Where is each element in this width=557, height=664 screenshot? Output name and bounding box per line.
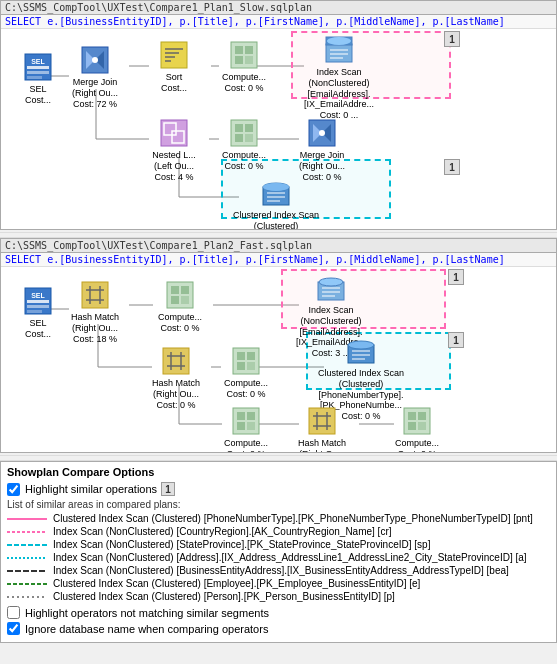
compute3-icon — [164, 279, 196, 311]
merge2-icon — [306, 117, 338, 149]
svg-point-46 — [319, 130, 325, 136]
svg-rect-25 — [235, 46, 243, 54]
node-sort[interactable]: SortCost... — [143, 39, 205, 94]
index2-icon — [315, 272, 347, 304]
svg-rect-111 — [418, 412, 426, 420]
svg-rect-77 — [171, 296, 179, 304]
highlight-similar-label: Highlight similar operations — [25, 483, 157, 495]
node-hash3[interactable]: Hash Match(Right Ou...Cost: 13 % — [291, 405, 353, 452]
similar-areas-label: List of similar areas in compared plans: — [7, 499, 550, 510]
legend-line-1 — [7, 527, 47, 537]
svg-rect-84 — [163, 348, 189, 374]
svg-rect-90 — [237, 352, 245, 360]
compute6-icon — [401, 405, 433, 437]
node-compute4[interactable]: Compute...Cost: 0 % — [215, 345, 277, 400]
compute3-label: Compute...Cost: 0 % — [158, 312, 202, 334]
node-compute2[interactable]: Compute...Cost: 0 % — [213, 117, 275, 172]
legend-text-2: Index Scan (NonClustered) [StateProvince… — [53, 539, 430, 550]
plan1-canvas[interactable]: 1 1 SEL SELCost... — [1, 29, 556, 229]
select2-icon: SEL — [22, 285, 54, 317]
svg-rect-89 — [233, 348, 259, 374]
node-hash1[interactable]: Hash Match(Right Ou...Cost: 18 % — [64, 279, 126, 344]
legend-text-4: Index Scan (NonClustered) [BusinessEntit… — [53, 565, 509, 576]
svg-rect-12 — [27, 66, 49, 69]
compute5-label: Compute...Cost: 0 % — [224, 438, 268, 452]
node-merge1[interactable]: Merge Join(Right Ou...Cost: 72 % — [64, 44, 126, 109]
legend-row-6: Clustered Index Scan (Clustered) [Person… — [7, 591, 550, 602]
highlight-operators-row[interactable]: Highlight operators not matching similar… — [7, 606, 550, 619]
ignore-dbname-row[interactable]: Ignore database name when comparing oper… — [7, 622, 550, 635]
compute6-label: Compute...Cost: 0 % — [395, 438, 439, 452]
node-nested[interactable]: Nested L...(Left Ou...Cost: 4 % — [143, 117, 205, 182]
plan2-panel: C:\SSMS_CompTool\UXTest\Compare1_Plan2_F… — [0, 238, 557, 453]
node-clustered1[interactable]: Clustered Index Scan (Clustered)[PhoneNu… — [231, 177, 321, 229]
legend-line-4 — [7, 566, 47, 576]
badge-pink-1: 1 — [444, 31, 460, 47]
compute1-icon — [228, 39, 260, 71]
svg-rect-76 — [181, 286, 189, 294]
nested-icon — [158, 117, 190, 149]
hash1-icon — [79, 279, 111, 311]
highlight-similar-row[interactable]: Highlight similar operations 1 — [7, 482, 550, 496]
svg-rect-19 — [161, 42, 187, 68]
select2-label: SELCost... — [25, 318, 51, 340]
svg-rect-101 — [247, 412, 255, 420]
svg-rect-112 — [408, 422, 416, 430]
sort-icon — [158, 39, 190, 71]
node-index1[interactable]: Index Scan (NonClustered)[EmailAddress].… — [299, 34, 379, 121]
ignore-dbname-checkbox[interactable] — [7, 622, 20, 635]
node-select[interactable]: SEL SELCost... — [7, 51, 69, 106]
highlight-similar-checkbox[interactable] — [7, 483, 20, 496]
node-compute5[interactable]: Compute...Cost: 0 % — [215, 405, 277, 452]
plan2-canvas[interactable]: 1 1 SEL SELCost... — [1, 267, 556, 452]
compute5-icon — [230, 405, 262, 437]
svg-rect-99 — [233, 408, 259, 434]
node-compute6[interactable]: Compute...Cost: 0 % — [386, 405, 448, 452]
svg-rect-35 — [161, 120, 187, 146]
hash3-label: Hash Match(Right Ou...Cost: 13 % — [298, 438, 346, 452]
svg-rect-13 — [27, 71, 49, 74]
clustered1-label: Clustered Index Scan (Clustered)[PhoneNu… — [231, 210, 321, 229]
select-icon: SEL — [22, 51, 54, 83]
legend-line-0 — [7, 514, 47, 524]
svg-rect-104 — [309, 408, 335, 434]
clustered2-icon — [345, 335, 377, 367]
node-merge2[interactable]: Merge Join(Right Ou...Cost: 0 % — [291, 117, 353, 182]
legend-row-1: Index Scan (NonClustered) [CountryRegion… — [7, 526, 550, 537]
node-compute3[interactable]: Compute...Cost: 0 % — [149, 279, 211, 334]
svg-rect-41 — [235, 134, 243, 142]
svg-point-49 — [263, 183, 289, 191]
node-select2[interactable]: SEL SELCost... — [7, 285, 69, 340]
legend-row-3: Index Scan (NonClustered) [Address].[IX_… — [7, 552, 550, 563]
hash2-label: Hash Match(Right Ou...Cost: 0 % — [152, 378, 200, 410]
node-compute1[interactable]: Compute...Cost: 0 % — [213, 39, 275, 94]
svg-rect-69 — [82, 282, 108, 308]
sort-label: SortCost... — [161, 72, 187, 94]
legend-line-3 — [7, 553, 47, 563]
merge1-label: Merge Join(Right Ou...Cost: 72 % — [72, 77, 118, 109]
legend-text-5: Clustered Index Scan (Clustered) [Employ… — [53, 578, 420, 589]
svg-text:SEL: SEL — [31, 292, 45, 299]
ignore-dbname-label: Ignore database name when comparing oper… — [25, 623, 268, 635]
select-label: SELCost... — [25, 84, 51, 106]
svg-rect-113 — [418, 422, 426, 430]
svg-rect-91 — [247, 352, 255, 360]
legend-line-6 — [7, 592, 47, 602]
svg-rect-102 — [237, 422, 245, 430]
svg-rect-78 — [181, 296, 189, 304]
svg-rect-110 — [408, 412, 416, 420]
options-title: Showplan Compare Options — [7, 466, 550, 478]
highlight-operators-checkbox[interactable] — [7, 606, 20, 619]
legend-row-5: Clustered Index Scan (Clustered) [Employ… — [7, 578, 550, 589]
svg-rect-24 — [231, 42, 257, 68]
svg-rect-29 — [326, 44, 352, 62]
hash3-icon — [306, 405, 338, 437]
plan1-filepath: C:\SSMS_CompTool\UXTest\Compare1_Plan1_S… — [1, 1, 556, 15]
node-hash2[interactable]: Hash Match(Right Ou...Cost: 0 % — [145, 345, 207, 410]
nested-label: Nested L...(Left Ou...Cost: 4 % — [152, 150, 196, 182]
compute4-label: Compute...Cost: 0 % — [224, 378, 268, 400]
legend-row-2: Index Scan (NonClustered) [StateProvince… — [7, 539, 550, 550]
svg-rect-42 — [245, 134, 253, 142]
plan2-sql: SELECT e.[BusinessEntityID], p.[Title], … — [1, 253, 556, 267]
svg-rect-39 — [235, 124, 243, 132]
